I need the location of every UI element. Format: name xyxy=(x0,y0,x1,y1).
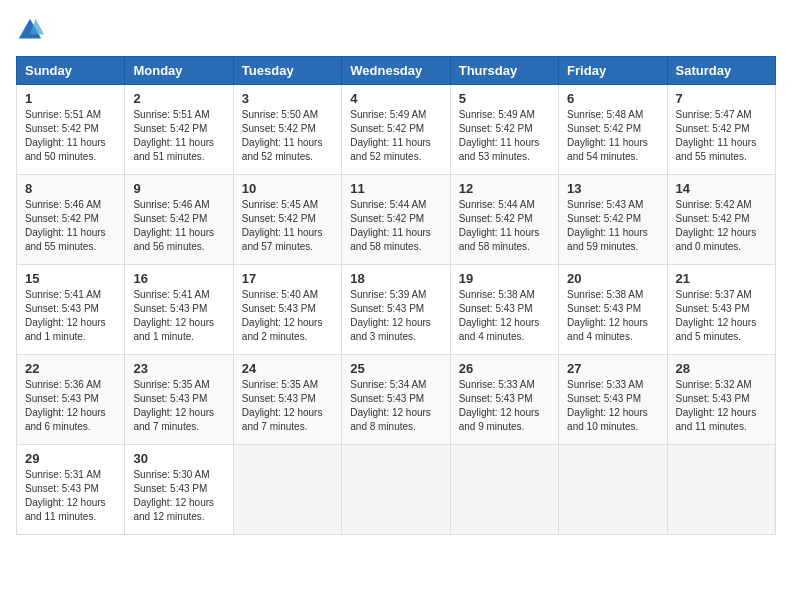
calendar-cell: 5 Sunrise: 5:49 AM Sunset: 5:42 PM Dayli… xyxy=(450,85,558,175)
calendar-cell: 10 Sunrise: 5:45 AM Sunset: 5:42 PM Dayl… xyxy=(233,175,341,265)
day-info: Sunrise: 5:44 AM Sunset: 5:42 PM Dayligh… xyxy=(350,198,441,254)
day-header: Saturday xyxy=(667,57,775,85)
day-info: Sunrise: 5:33 AM Sunset: 5:43 PM Dayligh… xyxy=(459,378,550,434)
calendar-cell: 2 Sunrise: 5:51 AM Sunset: 5:42 PM Dayli… xyxy=(125,85,233,175)
day-info: Sunrise: 5:34 AM Sunset: 5:43 PM Dayligh… xyxy=(350,378,441,434)
day-number: 8 xyxy=(25,181,116,196)
calendar-cell: 1 Sunrise: 5:51 AM Sunset: 5:42 PM Dayli… xyxy=(17,85,125,175)
calendar-cell: 16 Sunrise: 5:41 AM Sunset: 5:43 PM Dayl… xyxy=(125,265,233,355)
day-info: Sunrise: 5:50 AM Sunset: 5:42 PM Dayligh… xyxy=(242,108,333,164)
day-header: Thursday xyxy=(450,57,558,85)
calendar-cell: 8 Sunrise: 5:46 AM Sunset: 5:42 PM Dayli… xyxy=(17,175,125,265)
day-number: 24 xyxy=(242,361,333,376)
day-info: Sunrise: 5:35 AM Sunset: 5:43 PM Dayligh… xyxy=(242,378,333,434)
day-number: 27 xyxy=(567,361,658,376)
day-info: Sunrise: 5:46 AM Sunset: 5:42 PM Dayligh… xyxy=(133,198,224,254)
header xyxy=(16,16,776,44)
day-info: Sunrise: 5:51 AM Sunset: 5:42 PM Dayligh… xyxy=(133,108,224,164)
day-info: Sunrise: 5:38 AM Sunset: 5:43 PM Dayligh… xyxy=(567,288,658,344)
calendar-cell: 19 Sunrise: 5:38 AM Sunset: 5:43 PM Dayl… xyxy=(450,265,558,355)
day-info: Sunrise: 5:37 AM Sunset: 5:43 PM Dayligh… xyxy=(676,288,767,344)
calendar-cell: 27 Sunrise: 5:33 AM Sunset: 5:43 PM Dayl… xyxy=(559,355,667,445)
calendar-cell xyxy=(667,445,775,535)
day-info: Sunrise: 5:31 AM Sunset: 5:43 PM Dayligh… xyxy=(25,468,116,524)
calendar-cell: 21 Sunrise: 5:37 AM Sunset: 5:43 PM Dayl… xyxy=(667,265,775,355)
day-number: 22 xyxy=(25,361,116,376)
calendar-body: 1 Sunrise: 5:51 AM Sunset: 5:42 PM Dayli… xyxy=(17,85,776,535)
day-number: 9 xyxy=(133,181,224,196)
day-info: Sunrise: 5:43 AM Sunset: 5:42 PM Dayligh… xyxy=(567,198,658,254)
calendar-week: 8 Sunrise: 5:46 AM Sunset: 5:42 PM Dayli… xyxy=(17,175,776,265)
day-info: Sunrise: 5:41 AM Sunset: 5:43 PM Dayligh… xyxy=(25,288,116,344)
day-number: 16 xyxy=(133,271,224,286)
day-number: 21 xyxy=(676,271,767,286)
day-header: Tuesday xyxy=(233,57,341,85)
day-info: Sunrise: 5:49 AM Sunset: 5:42 PM Dayligh… xyxy=(459,108,550,164)
day-number: 4 xyxy=(350,91,441,106)
calendar-cell: 4 Sunrise: 5:49 AM Sunset: 5:42 PM Dayli… xyxy=(342,85,450,175)
day-number: 1 xyxy=(25,91,116,106)
day-number: 29 xyxy=(25,451,116,466)
calendar-cell xyxy=(559,445,667,535)
calendar-cell xyxy=(233,445,341,535)
day-info: Sunrise: 5:49 AM Sunset: 5:42 PM Dayligh… xyxy=(350,108,441,164)
calendar-cell: 29 Sunrise: 5:31 AM Sunset: 5:43 PM Dayl… xyxy=(17,445,125,535)
day-number: 25 xyxy=(350,361,441,376)
calendar-cell xyxy=(450,445,558,535)
calendar-cell: 7 Sunrise: 5:47 AM Sunset: 5:42 PM Dayli… xyxy=(667,85,775,175)
day-header: Friday xyxy=(559,57,667,85)
calendar-cell: 6 Sunrise: 5:48 AM Sunset: 5:42 PM Dayli… xyxy=(559,85,667,175)
day-number: 28 xyxy=(676,361,767,376)
day-number: 7 xyxy=(676,91,767,106)
day-info: Sunrise: 5:30 AM Sunset: 5:43 PM Dayligh… xyxy=(133,468,224,524)
calendar-table: SundayMondayTuesdayWednesdayThursdayFrid… xyxy=(16,56,776,535)
day-number: 2 xyxy=(133,91,224,106)
day-number: 6 xyxy=(567,91,658,106)
day-info: Sunrise: 5:48 AM Sunset: 5:42 PM Dayligh… xyxy=(567,108,658,164)
calendar-cell: 28 Sunrise: 5:32 AM Sunset: 5:43 PM Dayl… xyxy=(667,355,775,445)
calendar-cell: 13 Sunrise: 5:43 AM Sunset: 5:42 PM Dayl… xyxy=(559,175,667,265)
day-header: Sunday xyxy=(17,57,125,85)
calendar-week: 1 Sunrise: 5:51 AM Sunset: 5:42 PM Dayli… xyxy=(17,85,776,175)
calendar-week: 15 Sunrise: 5:41 AM Sunset: 5:43 PM Dayl… xyxy=(17,265,776,355)
calendar-cell: 18 Sunrise: 5:39 AM Sunset: 5:43 PM Dayl… xyxy=(342,265,450,355)
calendar-cell: 23 Sunrise: 5:35 AM Sunset: 5:43 PM Dayl… xyxy=(125,355,233,445)
day-info: Sunrise: 5:41 AM Sunset: 5:43 PM Dayligh… xyxy=(133,288,224,344)
day-header: Monday xyxy=(125,57,233,85)
calendar-cell: 12 Sunrise: 5:44 AM Sunset: 5:42 PM Dayl… xyxy=(450,175,558,265)
day-number: 14 xyxy=(676,181,767,196)
day-info: Sunrise: 5:42 AM Sunset: 5:42 PM Dayligh… xyxy=(676,198,767,254)
day-number: 11 xyxy=(350,181,441,196)
day-number: 18 xyxy=(350,271,441,286)
day-info: Sunrise: 5:40 AM Sunset: 5:43 PM Dayligh… xyxy=(242,288,333,344)
calendar-cell: 17 Sunrise: 5:40 AM Sunset: 5:43 PM Dayl… xyxy=(233,265,341,355)
day-header: Wednesday xyxy=(342,57,450,85)
calendar-cell: 24 Sunrise: 5:35 AM Sunset: 5:43 PM Dayl… xyxy=(233,355,341,445)
calendar-cell: 22 Sunrise: 5:36 AM Sunset: 5:43 PM Dayl… xyxy=(17,355,125,445)
calendar-cell: 14 Sunrise: 5:42 AM Sunset: 5:42 PM Dayl… xyxy=(667,175,775,265)
day-number: 23 xyxy=(133,361,224,376)
day-info: Sunrise: 5:45 AM Sunset: 5:42 PM Dayligh… xyxy=(242,198,333,254)
calendar-cell: 26 Sunrise: 5:33 AM Sunset: 5:43 PM Dayl… xyxy=(450,355,558,445)
day-info: Sunrise: 5:36 AM Sunset: 5:43 PM Dayligh… xyxy=(25,378,116,434)
day-number: 19 xyxy=(459,271,550,286)
day-info: Sunrise: 5:46 AM Sunset: 5:42 PM Dayligh… xyxy=(25,198,116,254)
day-number: 15 xyxy=(25,271,116,286)
day-info: Sunrise: 5:47 AM Sunset: 5:42 PM Dayligh… xyxy=(676,108,767,164)
day-number: 17 xyxy=(242,271,333,286)
day-number: 12 xyxy=(459,181,550,196)
day-number: 26 xyxy=(459,361,550,376)
calendar-cell: 20 Sunrise: 5:38 AM Sunset: 5:43 PM Dayl… xyxy=(559,265,667,355)
logo xyxy=(16,16,48,44)
day-info: Sunrise: 5:32 AM Sunset: 5:43 PM Dayligh… xyxy=(676,378,767,434)
calendar-cell: 9 Sunrise: 5:46 AM Sunset: 5:42 PM Dayli… xyxy=(125,175,233,265)
day-number: 30 xyxy=(133,451,224,466)
day-info: Sunrise: 5:44 AM Sunset: 5:42 PM Dayligh… xyxy=(459,198,550,254)
calendar-cell: 3 Sunrise: 5:50 AM Sunset: 5:42 PM Dayli… xyxy=(233,85,341,175)
day-info: Sunrise: 5:39 AM Sunset: 5:43 PM Dayligh… xyxy=(350,288,441,344)
day-number: 10 xyxy=(242,181,333,196)
logo-icon xyxy=(16,16,44,44)
calendar-week: 22 Sunrise: 5:36 AM Sunset: 5:43 PM Dayl… xyxy=(17,355,776,445)
calendar-cell xyxy=(342,445,450,535)
calendar-cell: 30 Sunrise: 5:30 AM Sunset: 5:43 PM Dayl… xyxy=(125,445,233,535)
